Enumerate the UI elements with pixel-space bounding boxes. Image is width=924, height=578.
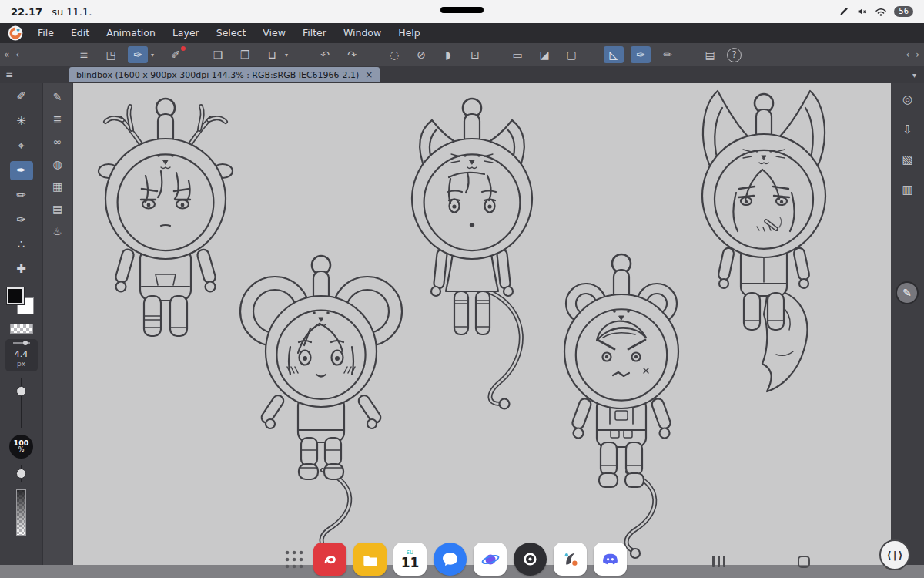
calendar-app-icon[interactable]: su11 — [393, 543, 427, 576]
tool-list: ✐✳⌖✒✏✑∴✚ — [10, 87, 33, 279]
open-file-button[interactable]: ❒ — [235, 46, 255, 63]
subtool-pen-icon[interactable]: ✎ — [53, 91, 62, 103]
snap-special-ruler-button[interactable]: ✑ — [631, 46, 651, 63]
top-toolbar-buttons: ≡◳✑▾✐❏❒⊔▾↶↷◌⊘◗⊡▭◪▢◺✑✏▤? — [0, 46, 742, 63]
deer-charm — [99, 99, 233, 336]
menu-help[interactable]: Help — [390, 23, 429, 43]
menu-filter[interactable]: Filter — [294, 23, 335, 43]
date-label: su 11.1. — [52, 6, 92, 18]
mouse-charm — [240, 256, 402, 556]
menu-items: FileEditAnimationLayerSelectViewFilterWi… — [29, 23, 429, 43]
subtool-screentone-icon[interactable]: ▦ — [52, 180, 62, 193]
subtool-settings-icon[interactable]: ≣ — [53, 113, 62, 126]
opacity-gradient-strip[interactable] — [16, 489, 26, 536]
operation-tool[interactable]: ✐ — [10, 87, 33, 106]
document-tab-title: blindbox (1600 x 900px 300dpi 144.3% : R… — [76, 70, 359, 80]
save-export-button-dropdown[interactable]: ▾ — [285, 52, 293, 59]
edge-panel-handle[interactable]: ⟨|⟩ — [879, 539, 910, 570]
clip-studio-app-icon[interactable] — [554, 543, 587, 576]
menu-layer[interactable]: Layer — [164, 23, 208, 43]
menu-select[interactable]: Select — [208, 23, 255, 43]
opacity-slider-knob[interactable] — [16, 469, 26, 479]
select-lasso-button[interactable]: ◌ — [384, 46, 404, 63]
menu-edit[interactable]: Edit — [62, 23, 98, 43]
collapse-right-arrows[interactable]: ‹› — [906, 43, 919, 66]
decoration-tool[interactable]: ✚ — [10, 260, 33, 279]
save-export-button[interactable]: ⊔ — [262, 46, 282, 63]
pen-tool[interactable]: ✒ — [10, 161, 33, 180]
brush-size-display[interactable]: 4.4 px — [5, 339, 38, 371]
opacity-slider[interactable] — [14, 464, 29, 484]
help-button[interactable]: ? — [727, 48, 742, 62]
subtool-flame-icon[interactable]: ♨ — [52, 225, 62, 237]
internet-app-icon[interactable] — [474, 543, 507, 576]
tab-bar: ≡ blindbox (1600 x 900px 300dpi 144.3% :… — [0, 66, 924, 83]
wifi-icon — [875, 7, 887, 17]
brush-size-slider-knob[interactable] — [16, 386, 26, 396]
frame-border-button[interactable]: ⊡ — [465, 46, 485, 63]
gradient-button[interactable]: ◪ — [534, 46, 554, 63]
recents-button[interactable] — [712, 556, 725, 567]
brush-size-slider[interactable] — [14, 377, 29, 429]
discord-app-icon[interactable] — [594, 543, 627, 576]
top-toolbar: «‹ ≡◳✑▾✐❏❒⊔▾↶↷◌⊘◗⊡▭◪▢◺✑✏▤? ‹› — [0, 43, 924, 66]
tool-column: ✐✳⌖✒✏✑∴✚ 4.4 px 100 % — [0, 83, 42, 565]
menu-bar: FileEditAnimationLayerSelectViewFilterWi… — [0, 23, 924, 43]
brush-tool[interactable]: ✑ — [10, 210, 33, 230]
camera-app-icon[interactable] — [514, 543, 547, 576]
notification-dot — [181, 46, 186, 51]
redo-button[interactable]: ↷ — [342, 46, 362, 63]
opacity-badge[interactable]: 100 % — [9, 435, 33, 459]
undo-button[interactable]: ↶ — [315, 46, 335, 63]
new-canvas-button[interactable]: ❏ — [208, 46, 228, 63]
messages-app-icon[interactable] — [434, 543, 467, 576]
color-swatches — [7, 287, 36, 318]
palette-menu-icon[interactable]: ≡ — [5, 69, 13, 80]
text-input-button[interactable]: ▤ — [700, 46, 720, 63]
brush-mode-button-dropdown[interactable]: ▾ — [151, 52, 159, 59]
vector-snap-button[interactable]: ✏ — [658, 46, 678, 63]
import-icon[interactable]: ⇩ — [897, 119, 919, 139]
app-drawer-icon[interactable] — [282, 547, 306, 572]
subtool-film-icon[interactable]: ▤ — [52, 203, 62, 215]
pencil-tool[interactable]: ✏ — [10, 186, 33, 205]
menu-view[interactable]: View — [254, 23, 294, 43]
clip-studio-logo[interactable] — [8, 25, 23, 41]
airbrush-tool[interactable]: ∴ — [10, 235, 33, 254]
screen-mode-button[interactable]: ◳ — [101, 46, 121, 63]
menu-animation[interactable]: Animation — [98, 23, 164, 43]
blend-tool[interactable]: ✳ — [10, 112, 33, 131]
document-tab[interactable]: blindbox (1600 x 900px 300dpi 144.3% : R… — [69, 67, 380, 82]
camera-housing — [440, 7, 484, 13]
transparent-color-swatch[interactable] — [10, 324, 33, 334]
penup-app-icon[interactable] — [313, 543, 346, 576]
collapse-left-arrows[interactable]: «‹ — [4, 43, 19, 66]
eyedropper-tool[interactable]: ⌖ — [10, 136, 33, 156]
fox-charm — [702, 91, 825, 391]
subtool-balloon-icon[interactable]: ◍ — [52, 158, 62, 170]
rect-select-button[interactable]: ▭ — [507, 46, 527, 63]
tab-close-icon[interactable]: × — [365, 69, 373, 80]
deselect-button[interactable]: ⊘ — [411, 46, 431, 63]
layer-panel-icon[interactable]: ▥ — [897, 180, 919, 200]
right-panel: ◎⇩▧▥ — [891, 83, 924, 565]
menu-window[interactable]: Window — [335, 23, 390, 43]
foreground-color-swatch[interactable] — [7, 287, 24, 304]
stylus-icon — [839, 6, 849, 17]
files-app-icon[interactable] — [353, 543, 387, 576]
brush-mode-button[interactable]: ✑ — [128, 46, 148, 63]
subtool-link-icon[interactable]: ∞ — [53, 136, 62, 148]
main-menu-button[interactable]: ≡ — [74, 46, 94, 63]
reference-button[interactable]: ✐ — [166, 46, 186, 63]
brush-size-mini-slider — [13, 342, 30, 344]
material-panel-icon[interactable]: ▧ — [897, 150, 919, 170]
floating-pencil-button[interactable]: ✎ — [896, 281, 919, 304]
tab-list-dropdown-icon[interactable]: ▾ — [912, 71, 916, 79]
home-button[interactable] — [798, 556, 810, 568]
quick-access-icon[interactable]: ◎ — [897, 89, 919, 109]
canvas[interactable] — [73, 83, 891, 565]
material-button[interactable]: ▢ — [561, 46, 581, 63]
eraser-button[interactable]: ◗ — [438, 46, 458, 63]
snap-ruler-button[interactable]: ◺ — [604, 46, 624, 63]
menu-file[interactable]: File — [29, 23, 62, 43]
